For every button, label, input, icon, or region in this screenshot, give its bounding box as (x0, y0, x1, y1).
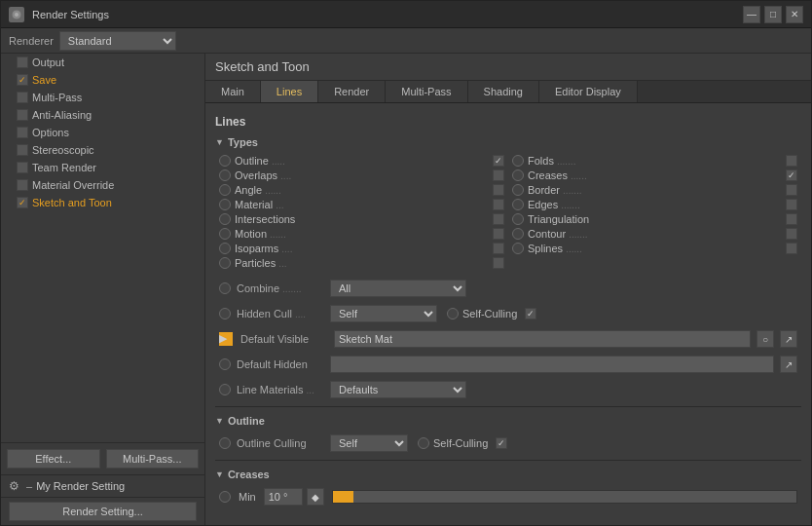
material-radio[interactable] (219, 199, 231, 210)
lines-section-label: Lines (215, 111, 801, 132)
materialoverride-checkbox[interactable] (17, 179, 28, 191)
default-visible-expand[interactable]: ▶ (219, 332, 233, 346)
edges-radio[interactable] (512, 199, 524, 210)
isoparms-checkbox[interactable] (493, 243, 504, 254)
sidebar-item-save[interactable]: Save (1, 71, 204, 89)
contour-checkbox[interactable] (786, 228, 797, 240)
overlaps-checkbox[interactable] (493, 169, 504, 181)
sidebar-item-multipass[interactable]: Multi-Pass (1, 89, 204, 106)
tab-shading[interactable]: Shading (468, 81, 539, 102)
save-checkbox[interactable] (17, 74, 28, 86)
tab-editordisplay[interactable]: Editor Display (539, 81, 638, 102)
default-hidden-input[interactable] (330, 356, 774, 373)
intersections-checkbox[interactable] (493, 213, 504, 225)
line-materials-row: Line Materials ... Defaults (215, 379, 801, 400)
minimize-button[interactable]: — (743, 6, 760, 23)
default-visible-icon2[interactable]: ↗ (780, 330, 797, 348)
border-checkbox[interactable] (786, 184, 797, 196)
material-checkbox[interactable] (493, 199, 504, 210)
output-checkbox[interactable] (17, 56, 28, 68)
render-setting-button[interactable]: Render Setting... (9, 502, 197, 521)
combine-radio[interactable] (219, 282, 231, 294)
sidebar-item-options[interactable]: Options (1, 124, 204, 141)
folds-radio[interactable] (512, 155, 524, 167)
line-materials-select[interactable]: Defaults (330, 381, 466, 398)
outline-checkbox[interactable] (493, 155, 504, 167)
hidden-cull-select[interactable]: Self (330, 305, 437, 322)
self-culling-checkbox[interactable] (525, 308, 536, 319)
types-toggle[interactable]: ▼ (215, 137, 224, 147)
folds-checkbox[interactable] (786, 155, 797, 167)
default-hidden-radio[interactable] (219, 358, 231, 370)
type-outline: Outline ..... (215, 154, 508, 168)
outline-radio[interactable] (219, 155, 231, 167)
contour-label: Contour ....... (528, 228, 782, 240)
particles-checkbox[interactable] (493, 257, 504, 269)
contour-radio[interactable] (512, 228, 524, 240)
border-radio[interactable] (512, 184, 524, 196)
multipass-checkbox[interactable] (17, 92, 28, 103)
render-setting-name: My Render Setting (36, 480, 125, 492)
min-label: Min (239, 491, 256, 503)
sidebar-item-antialiasing[interactable]: Anti-Aliasing (1, 106, 204, 124)
motion-checkbox[interactable] (493, 228, 504, 240)
overlaps-radio[interactable] (219, 169, 231, 181)
render-setting-footer: ⚙ – My Render Setting (1, 474, 204, 497)
sidebar-item-output[interactable]: Output (1, 54, 204, 71)
sidebar-item-sketchandtoon[interactable]: Sketch and Toon (1, 194, 204, 211)
outline-culling-radio[interactable] (219, 437, 231, 449)
options-checkbox[interactable] (17, 127, 28, 138)
antialiasing-checkbox[interactable] (17, 109, 28, 121)
tab-lines[interactable]: Lines (261, 81, 318, 102)
edges-checkbox[interactable] (786, 199, 797, 210)
min-stepper[interactable]: ◆ (307, 488, 324, 506)
combine-select[interactable]: All (330, 280, 466, 297)
angle-radio[interactable] (219, 184, 231, 196)
creases-slider[interactable] (332, 490, 797, 504)
stereoscopic-checkbox[interactable] (17, 144, 28, 156)
tab-multipass[interactable]: Multi-Pass (386, 81, 467, 102)
outline-self-culling-radio[interactable] (418, 437, 429, 449)
splines-checkbox[interactable] (786, 243, 797, 254)
outline-self-culling-checkbox[interactable] (496, 437, 507, 449)
motion-radio[interactable] (219, 228, 231, 240)
triangulation-radio[interactable] (512, 213, 524, 225)
outline-toggle[interactable]: ▼ (215, 416, 224, 426)
maximize-button[interactable]: □ (764, 6, 782, 23)
splines-radio[interactable] (512, 243, 524, 254)
close-button[interactable]: ✕ (786, 6, 803, 23)
multi-pass-button[interactable]: Multi-Pass... (106, 449, 200, 469)
angle-checkbox[interactable] (493, 184, 504, 196)
min-radio[interactable] (219, 491, 231, 503)
sidebar-item-teamrender[interactable]: Team Render (1, 159, 204, 176)
min-input[interactable] (264, 488, 303, 506)
self-culling-radio[interactable] (447, 308, 459, 319)
creases-checkbox[interactable] (786, 169, 797, 181)
tab-main[interactable]: Main (205, 81, 261, 102)
creases-radio[interactable] (512, 169, 524, 181)
type-material: Material ... (215, 198, 508, 211)
teamrender-checkbox[interactable] (17, 162, 28, 173)
hidden-cull-radio[interactable] (219, 308, 231, 319)
outline-culling-row: Outline Culling Self Self-Culling (215, 432, 801, 454)
particles-radio[interactable] (219, 257, 231, 269)
sidebar-item-materialoverride[interactable]: Material Override (1, 176, 204, 194)
line-materials-radio[interactable] (219, 384, 231, 395)
default-hidden-icon[interactable]: ↗ (780, 356, 797, 373)
intersections-radio[interactable] (219, 213, 231, 225)
isoparms-radio[interactable] (219, 243, 231, 254)
types-grid: Outline ..... Folds ....... Overlaps ...… (215, 154, 801, 270)
default-visible-icon1[interactable]: ○ (757, 330, 774, 348)
effect-button[interactable]: Effect... (7, 449, 100, 469)
outline-culling-select[interactable]: Self (330, 434, 408, 452)
creases-toggle[interactable]: ▼ (215, 470, 224, 479)
creases-section: ▼ Creases Min ◆ (215, 460, 801, 507)
tab-render[interactable]: Render (318, 81, 386, 102)
renderer-select[interactable]: Standard (59, 31, 176, 51)
particles-label: Particles ... (235, 257, 489, 269)
type-angle: Angle ...... (215, 183, 508, 197)
sidebar-item-stereoscopic[interactable]: Stereoscopic (1, 141, 204, 159)
sketchandtoon-checkbox[interactable] (17, 197, 28, 208)
default-visible-input[interactable] (334, 330, 751, 348)
triangulation-checkbox[interactable] (786, 213, 797, 225)
